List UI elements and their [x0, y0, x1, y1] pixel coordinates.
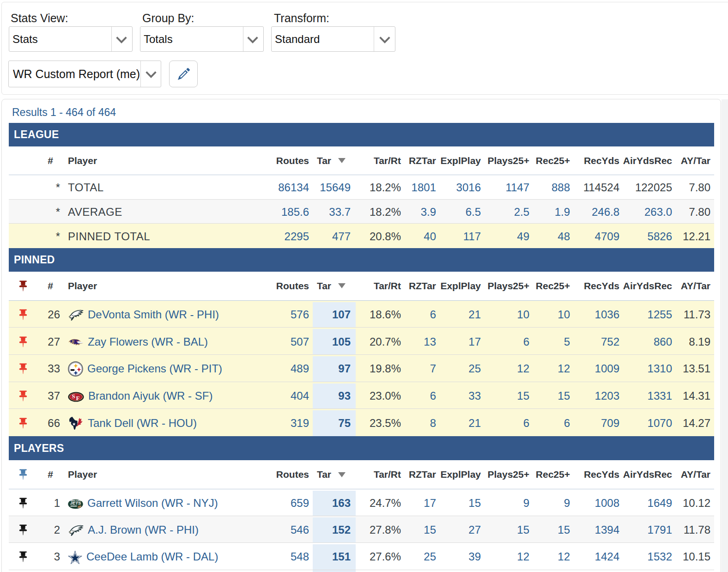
- svg-text:F: F: [76, 395, 80, 402]
- svg-text:B: B: [71, 339, 74, 344]
- svg-text:S: S: [72, 393, 75, 400]
- svg-text:NEW YORK: NEW YORK: [71, 499, 81, 502]
